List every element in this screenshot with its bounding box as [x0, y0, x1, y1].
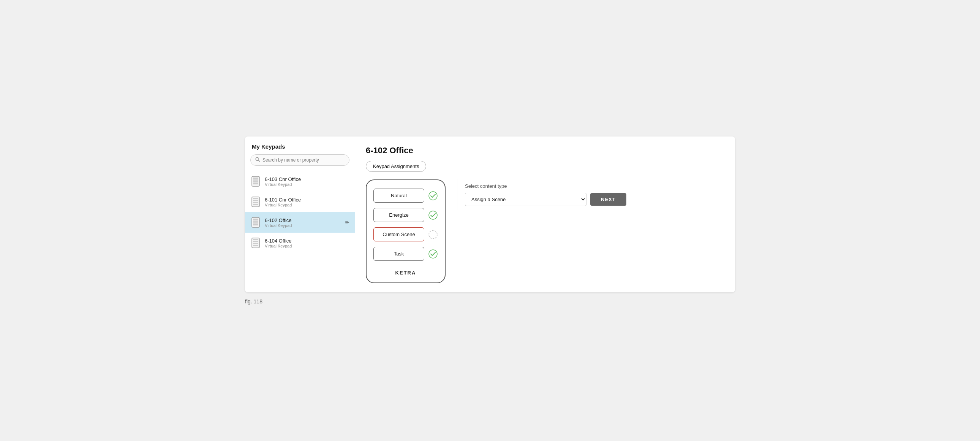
- search-icon: [255, 157, 260, 163]
- device-buttons: Natural Energize Custom Scene Task: [373, 189, 438, 261]
- keypad-name: 6-103 Cnr Office: [265, 176, 350, 182]
- svg-point-24: [429, 230, 437, 239]
- svg-point-25: [429, 250, 437, 258]
- main-card: My Keypads: [245, 136, 735, 292]
- check-circle-3: [428, 249, 438, 259]
- svg-rect-11: [253, 204, 258, 205]
- content-type-select[interactable]: Assign a SceneAssign a Shade SceneAssign…: [465, 193, 587, 206]
- svg-rect-4: [253, 179, 258, 181]
- keypad-list: 6-103 Cnr Office Virtual Keypad 6-101 Cn…: [245, 171, 355, 253]
- svg-rect-21: [253, 245, 258, 246]
- outer-wrapper: My Keypads: [245, 136, 735, 305]
- content-type-row: Assign a SceneAssign a Shade SceneAssign…: [465, 193, 717, 206]
- keypad-name: 6-102 Office: [265, 217, 341, 223]
- sidebar-item-6101[interactable]: 6-101 Cnr Office Virtual Keypad: [245, 192, 355, 212]
- keypad-sub: Virtual Keypad: [265, 182, 350, 187]
- edit-icon[interactable]: ✏: [345, 219, 350, 225]
- device-brand: KETRA: [395, 270, 416, 276]
- right-panel: Select content type Assign a SceneAssign…: [457, 179, 724, 210]
- device-btn-natural[interactable]: Natural: [373, 189, 424, 203]
- device-button-row-1: Energize: [373, 208, 438, 222]
- search-bar-wrap: [245, 154, 355, 171]
- keypad-sub: Virtual Keypad: [265, 203, 350, 207]
- content-area: Natural Energize Custom Scene Task KETRA: [366, 179, 724, 283]
- svg-rect-16: [253, 224, 258, 225]
- fig-caption: fig. 118: [245, 299, 735, 305]
- sidebar-title: My Keypads: [245, 143, 355, 154]
- svg-rect-6: [253, 183, 258, 184]
- device-btn-energize[interactable]: Energize: [373, 208, 424, 222]
- svg-rect-8: [253, 198, 258, 199]
- keypad-device-icon: [250, 216, 261, 229]
- device-button-row-2: Custom Scene: [373, 227, 438, 241]
- svg-rect-5: [253, 181, 258, 182]
- sidebar-item-6103[interactable]: 6-103 Cnr Office Virtual Keypad: [245, 171, 355, 192]
- sidebar-item-6102[interactable]: 6-102 Office Virtual Keypad ✏: [245, 212, 355, 233]
- svg-rect-14: [253, 220, 258, 222]
- svg-point-22: [429, 192, 437, 200]
- svg-line-1: [258, 160, 259, 161]
- keypad-device-icon: [250, 175, 261, 188]
- svg-rect-15: [253, 222, 258, 224]
- svg-rect-13: [253, 219, 258, 220]
- tab-keypad-assignments[interactable]: Keypad Assignments: [366, 161, 426, 172]
- check-circle-0: [428, 191, 438, 201]
- page-title: 6-102 Office: [366, 145, 724, 155]
- next-button[interactable]: NEXT: [590, 193, 626, 206]
- svg-rect-20: [253, 243, 258, 244]
- svg-rect-9: [253, 200, 258, 201]
- tab-bar: Keypad Assignments: [366, 161, 724, 172]
- device-button-row-0: Natural: [373, 189, 438, 203]
- svg-rect-19: [253, 241, 258, 242]
- svg-rect-10: [253, 202, 258, 203]
- svg-rect-18: [253, 239, 258, 240]
- sidebar: My Keypads: [245, 136, 355, 292]
- check-circle-1: [428, 210, 438, 220]
- sidebar-item-6104[interactable]: 6-104 Office Virtual Keypad: [245, 233, 355, 253]
- keypad-device-icon: [250, 195, 261, 208]
- device-button-row-3: Task: [373, 247, 438, 261]
- keypad-device: Natural Energize Custom Scene Task KETRA: [366, 179, 445, 283]
- search-bar[interactable]: [250, 154, 350, 166]
- search-input[interactable]: [262, 157, 345, 163]
- keypad-sub: Virtual Keypad: [265, 223, 341, 228]
- svg-point-23: [429, 211, 437, 219]
- keypad-name: 6-101 Cnr Office: [265, 197, 350, 203]
- keypad-device-icon: [250, 236, 261, 249]
- keypad-sub: Virtual Keypad: [265, 244, 350, 248]
- svg-rect-3: [253, 177, 258, 179]
- content-type-label: Select content type: [465, 183, 717, 189]
- keypad-name: 6-104 Office: [265, 238, 350, 244]
- device-btn-task[interactable]: Task: [373, 247, 424, 261]
- device-btn-custom-scene[interactable]: Custom Scene: [373, 227, 424, 241]
- main-content: 6-102 Office Keypad Assignments Natural …: [355, 136, 735, 292]
- check-circle-2: [428, 230, 438, 240]
